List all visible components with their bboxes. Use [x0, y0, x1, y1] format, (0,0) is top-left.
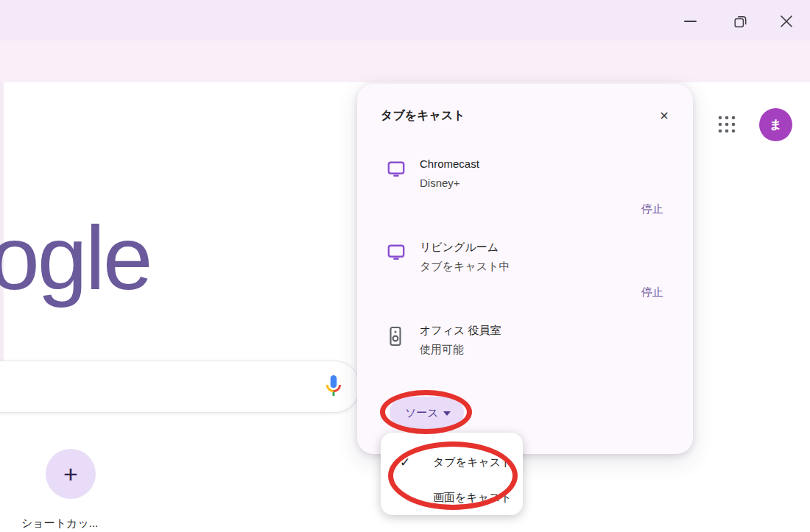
add-shortcut-button[interactable]: +	[46, 449, 96, 499]
search-box[interactable]	[0, 361, 360, 413]
restore-icon	[733, 15, 747, 29]
voice-search-mic-icon[interactable]	[321, 373, 346, 398]
device-status: 使用可能	[420, 343, 464, 357]
restore-button[interactable]	[728, 9, 753, 34]
source-dropdown-button[interactable]: ソース	[390, 397, 464, 429]
cast-dialog-title: タブをキャスト	[381, 108, 465, 124]
device-name: オフィス 役員室	[420, 324, 501, 338]
stop-cast-button-livingroom[interactable]: 停止	[605, 285, 663, 299]
menu-item-label: 画面をキャスト	[433, 491, 512, 505]
cast-dialog: タブをキャスト ✕ Chromecast Disney+ 停止 リビングルーム …	[357, 84, 693, 454]
source-menu: ✓ タブをキャスト 画面をキャスト	[381, 433, 523, 515]
cast-device-row-chromecast[interactable]: Chromecast Disney+	[357, 157, 693, 202]
device-status: Disney+	[420, 177, 460, 189]
check-icon: ✓	[400, 455, 410, 470]
add-shortcut-label: ショートカッ...	[21, 517, 98, 531]
google-apps-grid-icon[interactable]	[717, 115, 736, 134]
account-avatar-initial: ま	[770, 116, 782, 133]
device-status: タブをキャスト中	[420, 260, 510, 274]
account-avatar[interactable]: ま	[759, 108, 792, 141]
display-icon	[387, 243, 406, 262]
window-titlebar	[0, 0, 810, 40]
plus-icon: +	[63, 460, 78, 489]
close-window-button[interactable]	[774, 9, 799, 34]
google-logo-partial: ogle	[0, 213, 151, 303]
browser-window: ま ogle	[0, 0, 810, 532]
cast-device-row-livingroom[interactable]: リビングルーム タブをキャスト中	[357, 241, 693, 285]
device-name: Chromecast	[420, 157, 479, 170]
browser-toolbar: ま	[0, 40, 810, 82]
device-name: リビングルーム	[420, 241, 499, 255]
menu-item-label: タブをキャスト	[433, 455, 512, 469]
cast-device-row-office[interactable]: オフィス 役員室 使用可能	[357, 324, 693, 368]
stop-cast-button-chromecast[interactable]: 停止	[605, 202, 663, 216]
menu-item-cast-screen[interactable]: 画面をキャスト	[381, 483, 523, 512]
source-button-label: ソース	[405, 406, 439, 420]
cast-dialog-close-icon[interactable]: ✕	[655, 107, 673, 124]
close-window-icon	[780, 15, 793, 28]
minimize-icon	[684, 20, 697, 23]
display-icon	[387, 160, 406, 179]
minimize-button[interactable]	[678, 9, 703, 34]
menu-item-cast-tab[interactable]: ✓ タブをキャスト	[381, 447, 523, 477]
chevron-down-icon	[443, 411, 451, 416]
speaker-icon	[387, 326, 406, 345]
